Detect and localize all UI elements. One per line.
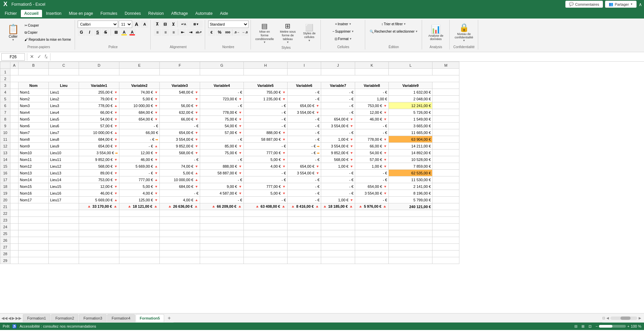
tab-formation4[interactable]: Formation4 bbox=[107, 314, 135, 322]
cell-row28-7[interactable] bbox=[244, 251, 288, 257]
cell-H5[interactable]: 1 235,00 € 🔻 bbox=[244, 96, 288, 102]
row-header-15[interactable]: 15 bbox=[0, 163, 10, 170]
add-sheet-button[interactable]: + bbox=[165, 314, 173, 322]
cell-F5[interactable]: 🔻 bbox=[160, 96, 200, 102]
increase-font-button[interactable]: A bbox=[133, 21, 140, 28]
cell-L14[interactable]: 10 528,00 € bbox=[389, 156, 432, 163]
cell-row26-8[interactable] bbox=[288, 237, 321, 244]
cell-G6[interactable]: - € bbox=[200, 102, 244, 109]
cell-row25-10[interactable] bbox=[355, 230, 389, 237]
cell-J20[interactable]: 1,00 € 🔻 bbox=[321, 197, 355, 203]
cell-row27-10[interactable] bbox=[355, 244, 389, 251]
cell-row29-2[interactable] bbox=[49, 257, 79, 264]
cell-row25-0[interactable] bbox=[10, 230, 18, 237]
row-header-25[interactable]: 25 bbox=[0, 230, 10, 237]
cell-E8[interactable]: 654,00 € 🔻 bbox=[119, 116, 160, 123]
cell-row23-2[interactable] bbox=[49, 217, 79, 224]
cell-row28-11[interactable] bbox=[389, 251, 432, 257]
cell-row22-12[interactable] bbox=[432, 210, 459, 217]
cell-L4[interactable]: 1 632,00 € bbox=[389, 89, 432, 96]
col-header-I[interactable]: I bbox=[288, 62, 321, 69]
cell-J15[interactable]: 1,00 € 🔻 bbox=[321, 163, 355, 170]
menu-donnees[interactable]: Données bbox=[121, 10, 144, 17]
cell-I19[interactable]: - € bbox=[288, 190, 321, 197]
cell-C20[interactable]: Lieu17 bbox=[49, 197, 79, 203]
cell-H3[interactable]: Variable5 bbox=[244, 82, 288, 89]
cell-G18[interactable]: 9,00 € 🔻 bbox=[200, 183, 244, 190]
cell-L7[interactable]: 5 726,00 € bbox=[389, 109, 432, 116]
cell-E20[interactable]: 125,00 € 🔻 bbox=[119, 197, 160, 203]
cell-B8[interactable]: Nom5 bbox=[18, 116, 49, 123]
cell-B12[interactable]: Nom9 bbox=[18, 143, 49, 149]
cell-J8[interactable]: 654,00 € 🔻 bbox=[321, 116, 355, 123]
cell-K13[interactable]: 54,00 € 🔻 bbox=[355, 149, 389, 156]
row-header-20[interactable]: 20 bbox=[0, 197, 10, 203]
cut-button[interactable]: ✂ Couper bbox=[23, 22, 73, 29]
cell-row28-10[interactable] bbox=[355, 251, 389, 257]
tab-scroll-right[interactable]: ▶▶ bbox=[15, 316, 22, 321]
cell-M16[interactable] bbox=[432, 170, 459, 176]
copy-button[interactable]: ⧉ Copier bbox=[23, 29, 73, 36]
cell-row24-9[interactable] bbox=[321, 224, 355, 230]
cell-row26-6[interactable] bbox=[200, 237, 244, 244]
cell-J11[interactable]: 1,00 € 🔻 bbox=[321, 136, 355, 143]
cell-row26-3[interactable] bbox=[79, 237, 119, 244]
cell-row25-8[interactable] bbox=[288, 230, 321, 237]
view-page-break-icon[interactable]: ⊡ bbox=[589, 324, 592, 329]
cell-F21[interactable]: 🔺 26 636,00 € 🔺 bbox=[160, 203, 200, 210]
cell-C14[interactable]: Lieu11 bbox=[49, 156, 79, 163]
cell-row24-8[interactable] bbox=[288, 224, 321, 230]
cell-L16[interactable]: 62 535,00 € bbox=[389, 170, 432, 176]
cell-row25-7[interactable] bbox=[244, 230, 288, 237]
cell-row28-3[interactable] bbox=[79, 251, 119, 257]
cell-A17[interactable] bbox=[10, 176, 18, 183]
cell-row23-0[interactable] bbox=[10, 217, 18, 224]
cell-I4[interactable]: - € bbox=[288, 89, 321, 96]
cell-G17[interactable]: - € bbox=[200, 176, 244, 183]
cell-D8[interactable]: 54,00 € 🔻 bbox=[79, 116, 119, 123]
cell-C6[interactable]: Lieu3 bbox=[49, 102, 79, 109]
cell-J6[interactable]: - € bbox=[321, 102, 355, 109]
cell-row28-12[interactable] bbox=[432, 251, 459, 257]
cell-row27-2[interactable] bbox=[49, 244, 79, 251]
cell-F6[interactable]: 56,00 € 🔻 bbox=[160, 102, 200, 109]
zoom-out-button[interactable]: − bbox=[596, 324, 598, 328]
cell-L19[interactable]: 8 196,00 € bbox=[389, 190, 432, 197]
col-header-G[interactable]: G bbox=[200, 62, 244, 69]
row-header-10[interactable]: 10 bbox=[0, 129, 10, 136]
menu-formules[interactable]: Formules bbox=[97, 10, 121, 17]
cancel-formula-icon[interactable]: ✕ bbox=[29, 53, 35, 60]
cell-row24-6[interactable] bbox=[200, 224, 244, 230]
cell-row25-12[interactable] bbox=[432, 230, 459, 237]
cell-A13[interactable] bbox=[10, 149, 18, 156]
cell-E11[interactable]: - € ➡ bbox=[119, 136, 160, 143]
cell-H10[interactable]: 888,00 € 🔻 bbox=[244, 129, 288, 136]
col-header-L[interactable]: L bbox=[389, 62, 432, 69]
wrap-text-button[interactable]: ↵A bbox=[179, 21, 189, 28]
cell-A12[interactable] bbox=[10, 143, 18, 149]
cell-row22-9[interactable] bbox=[321, 210, 355, 217]
cell-H21[interactable]: 🔺 63 408,00 € 🔺 bbox=[244, 203, 288, 210]
cell-row29-10[interactable] bbox=[355, 257, 389, 264]
cell-row24-0[interactable] bbox=[10, 224, 18, 230]
cell-F17[interactable]: 10 000,00 € 🔺 bbox=[160, 176, 200, 183]
cell-row29-7[interactable] bbox=[244, 257, 288, 264]
cell-M18[interactable] bbox=[432, 183, 459, 190]
cell-E6[interactable]: 10 000,00 € 🔻 bbox=[119, 102, 160, 109]
cell-D19[interactable]: 46,00 € 🔻 bbox=[79, 190, 119, 197]
cell-J9[interactable]: 3 554,00 € 🔻 bbox=[321, 123, 355, 129]
cell-G8[interactable]: 75,00 € 🔻 bbox=[200, 116, 244, 123]
cell-C13[interactable]: Lieu10 bbox=[49, 149, 79, 156]
cell-M12[interactable] bbox=[432, 143, 459, 149]
cell-M10[interactable] bbox=[432, 129, 459, 136]
cell-B19[interactable]: Nom16 bbox=[18, 190, 49, 197]
cell-row27-9[interactable] bbox=[321, 244, 355, 251]
cell-C21[interactable] bbox=[49, 203, 79, 210]
cell-row26-0[interactable] bbox=[10, 237, 18, 244]
cell-H1[interactable] bbox=[244, 69, 288, 75]
cell-F10[interactable]: 654,00 € 🔻 bbox=[160, 129, 200, 136]
cell-row28-1[interactable] bbox=[18, 251, 49, 257]
insert-button[interactable]: + Insérer ▼ bbox=[333, 21, 353, 27]
cell-J18[interactable]: - € bbox=[321, 183, 355, 190]
cell-I16[interactable]: 3 554,00 € 🔻 bbox=[288, 170, 321, 176]
